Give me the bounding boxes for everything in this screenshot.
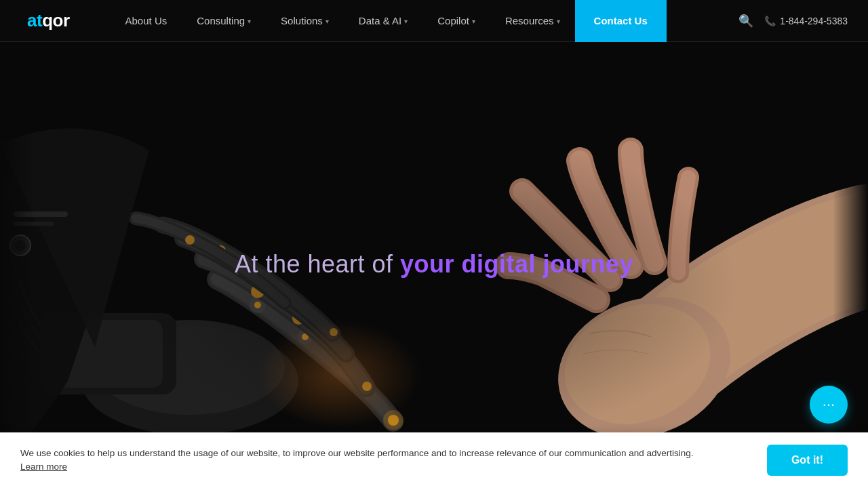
chat-icon: ··· — [823, 396, 835, 413]
hero-tagline: At the heart of your digital journey — [235, 250, 633, 279]
nav-item-about-us[interactable]: About Us — [111, 0, 182, 42]
learn-more-link[interactable]: Learn more — [20, 462, 67, 472]
nav-item-data-ai[interactable]: Data & AI ▾ — [344, 0, 422, 42]
nav-item-resources[interactable]: Resources ▾ — [490, 0, 575, 42]
nav-item-copilot[interactable]: Copilot ▾ — [422, 0, 490, 42]
hero-section: At the heart of your digital journey — [0, 0, 868, 488]
logo-at: at — [27, 10, 42, 30]
search-icon: 🔍 — [738, 14, 753, 28]
logo-text: atqor — [27, 10, 70, 30]
chevron-down-icon: ▾ — [404, 18, 408, 25]
hero-tagline-prefix: At the heart of — [235, 250, 400, 278]
navbar: atqor About Us Consulting ▾ Solutions ▾ … — [0, 0, 868, 42]
chevron-down-icon: ▾ — [326, 18, 329, 25]
chevron-down-icon: ▾ — [557, 18, 560, 25]
phone-number: 1-844-294-5383 — [780, 16, 848, 26]
chat-widget[interactable]: ··· — [810, 386, 848, 424]
nav-label-resources: Resources — [505, 15, 554, 26]
chevron-down-icon: ▾ — [248, 18, 251, 25]
cookie-message: We use cookies to help us understand the… — [20, 447, 694, 474]
contact-us-button[interactable]: Contact Us — [575, 0, 667, 42]
logo-qor: qor — [42, 10, 69, 30]
chevron-down-icon: ▾ — [472, 18, 475, 25]
search-button[interactable]: 🔍 — [738, 14, 753, 28]
nav-right: 🔍 📞 1-844-294-5383 — [738, 14, 848, 28]
hero-tagline-container: At the heart of your digital journey — [235, 250, 633, 279]
contact-us-label: Contact Us — [594, 15, 648, 26]
nav-links: About Us Consulting ▾ Solutions ▾ Data &… — [111, 0, 732, 42]
nav-label-copilot: Copilot — [437, 15, 469, 26]
cookie-banner: We use cookies to help us understand the… — [0, 432, 868, 488]
nav-label-solutions: Solutions — [281, 15, 323, 26]
phone-link[interactable]: 📞 1-844-294-5383 — [764, 16, 848, 26]
cookie-message-text: We use cookies to help us understand the… — [20, 448, 694, 458]
hero-tagline-highlight: your digital journey — [400, 250, 633, 278]
phone-icon: 📞 — [764, 16, 776, 26]
nav-item-solutions[interactable]: Solutions ▾ — [266, 0, 344, 42]
logo[interactable]: atqor — [27, 10, 70, 31]
nav-label-consulting: Consulting — [197, 15, 245, 26]
nav-label-about-us: About Us — [125, 15, 167, 26]
got-it-button[interactable]: Got it! — [767, 445, 848, 476]
nav-label-data-ai: Data & AI — [359, 15, 401, 26]
nav-item-consulting[interactable]: Consulting ▾ — [182, 0, 266, 42]
